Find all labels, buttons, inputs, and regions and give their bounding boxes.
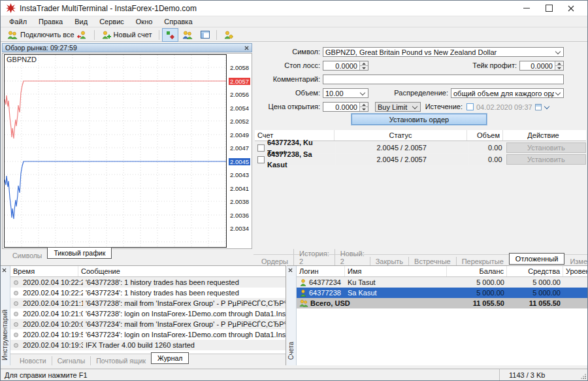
expiry-date-control[interactable]: 04.02.2020 09:37 (466, 102, 552, 112)
close-button[interactable] (560, 1, 582, 16)
column-name[interactable]: Имя (345, 266, 447, 276)
menu-edit[interactable]: Правка (33, 17, 69, 26)
column-login[interactable]: Логин (297, 266, 345, 276)
tab-history[interactable]: История: 2 (293, 249, 335, 266)
panel-close-icon[interactable] (2, 268, 7, 273)
set-order-button[interactable]: Установить (506, 154, 586, 165)
toolbar: Подключить все Новый счет (1, 28, 587, 42)
column-volume[interactable]: Объем (467, 130, 503, 141)
journal-row[interactable]: 2020.02.04 10:19:5...'64377234': login o… (10, 329, 286, 340)
tab-mailbox[interactable]: Почтовый ящик (90, 356, 151, 365)
expiry-checkbox[interactable] (466, 103, 474, 110)
set-order-button[interactable]: Установить (506, 142, 586, 153)
tab-orders[interactable]: Ордеры (256, 257, 293, 266)
open-price-input[interactable]: 0.0000 (323, 102, 368, 112)
volume-label: Объем: (253, 88, 320, 98)
column-time[interactable]: Время (10, 266, 78, 276)
panel-close-icon[interactable] (244, 46, 249, 50)
open-price-label: Цена открытия: (253, 102, 320, 112)
people-icon (182, 31, 193, 39)
spinner[interactable] (359, 103, 368, 111)
connect-all-label: Подключить все (20, 31, 74, 39)
column-message[interactable]: Сообщение (78, 266, 286, 276)
tab-modify[interactable]: Изменить (564, 257, 588, 266)
stop-loss-input[interactable]: 0.0000 (323, 61, 368, 71)
tab-covered[interactable]: Перекрытые (456, 257, 509, 266)
layout-toggle-button[interactable] (197, 28, 214, 42)
column-equity[interactable]: Средства (507, 266, 563, 276)
volume-cell: 0.00 (469, 154, 505, 165)
tab-pending[interactable]: Отложенный (509, 253, 565, 265)
resize-grip[interactable] (581, 374, 586, 379)
menu-file[interactable]: Файл (3, 17, 33, 26)
order-row[interactable]: 64377238, Sa Kasut 2.0045 / 2.0057 0.00 … (255, 154, 586, 165)
journal-row[interactable]: 2020.02.04 10:20:0...'64377234': mail fr… (10, 319, 286, 329)
tab-new[interactable]: Новый: 2 (335, 249, 370, 266)
chevron-down-icon (412, 103, 417, 108)
new-account-button[interactable]: Новый счет (97, 28, 156, 42)
tab-signals[interactable]: Сигналы (52, 356, 91, 365)
calendar-icon (535, 104, 542, 110)
journal-row[interactable]: 2020.02.04 10:22:2...'64377238': 1 histo… (10, 277, 286, 288)
chart-symbol-label: GBPNZD (7, 56, 37, 63)
maximize-button[interactable] (538, 1, 560, 16)
journal-side-label[interactable]: Инструментарий (1, 310, 8, 360)
volume-select[interactable]: 10.00 (323, 88, 368, 98)
journal-row[interactable]: 2020.02.04 10:21:0...'64377238': login o… (10, 308, 286, 319)
accounts-toggle-button[interactable] (178, 28, 197, 42)
ask-line (5, 81, 226, 139)
chevron-down-icon (360, 90, 365, 95)
journal-row[interactable]: 2020.02.04 10:21:1...'64377238': mail fr… (10, 298, 286, 308)
menu-help[interactable]: Справка (158, 17, 198, 26)
column-balance[interactable]: Баланс (447, 266, 507, 276)
account-settings-button[interactable] (220, 28, 237, 42)
menu-view[interactable]: Вид (69, 17, 93, 26)
spinner[interactable] (555, 61, 563, 70)
price-tick: 2.0036 (230, 212, 249, 219)
status-help-text: Для справки нажмите F1 (1, 371, 499, 379)
comment-input[interactable] (323, 75, 564, 84)
total-equity: 11 055.50 (507, 298, 563, 308)
order-type-select[interactable]: Buy Limit (375, 102, 421, 112)
minimize-button[interactable] (515, 1, 538, 16)
journal-row[interactable]: 2020.02.04 10:19:3...IFX Trader 4.00 bui… (10, 340, 286, 350)
tab-close[interactable]: Закрыть (370, 257, 408, 266)
tab-journal[interactable]: Журнал (151, 352, 189, 364)
account-row-selected[interactable]: 64377238 Sa Kasut 5 000.00 5 000.00 (297, 288, 587, 298)
column-action[interactable]: Действие (503, 130, 583, 141)
disconnect-person-icon (77, 31, 88, 39)
column-level[interactable]: Уровень (563, 266, 587, 276)
accounts-side-label[interactable]: Счета (287, 342, 295, 360)
connect-all-button[interactable]: Подключить все (3, 28, 91, 42)
place-order-button[interactable]: Установить ордер (351, 114, 487, 125)
accounts-total-row: Всего, USD 11 055.50 11 055.50 (297, 298, 587, 308)
take-profit-input[interactable]: 0.0000 (519, 61, 564, 71)
tab-tick-chart[interactable]: Тиковый график (47, 247, 112, 259)
ask-price-badge: 2.0057 (229, 78, 250, 85)
distribution-select[interactable]: общий объем для каждого ордера (451, 88, 564, 98)
row-checkbox[interactable] (257, 156, 265, 163)
price-tick: 2.0049 (230, 132, 249, 139)
account-row[interactable]: 64377234 Ku Tasut 5 000.00 5 000.00 (297, 277, 587, 288)
log-bullet-icon (14, 312, 18, 316)
symbol-select[interactable]: GBPNZD, Great Britain Pound vs New Zeala… (323, 47, 564, 57)
menu-window[interactable]: Окно (130, 17, 159, 26)
price-tick: 2.0038 (230, 199, 249, 205)
menu-service[interactable]: Сервис (93, 17, 130, 26)
tab-news[interactable]: Новости (14, 356, 52, 365)
panel-close-icon[interactable] (288, 268, 293, 273)
calendar-dropdown-button[interactable] (535, 104, 552, 110)
people-icon (7, 31, 18, 39)
spinner[interactable] (359, 61, 368, 70)
person-plus-icon (101, 31, 111, 39)
account-cell: 64377238, Sa Kasut (267, 149, 332, 170)
tab-counter[interactable]: Встречные (408, 257, 456, 266)
row-checkbox[interactable] (257, 144, 265, 152)
price-tick: 2.0058 (230, 65, 249, 71)
column-status[interactable]: Статус (335, 130, 467, 141)
symbols-toggle-button[interactable] (162, 28, 178, 42)
journal-row[interactable]: 2020.02.04 10:22:2...'64377234': 1 histo… (10, 288, 286, 298)
tab-symbols[interactable]: Символы (7, 251, 47, 260)
price-tick: 2.0043 (230, 172, 249, 178)
person-gear-icon (223, 31, 233, 39)
